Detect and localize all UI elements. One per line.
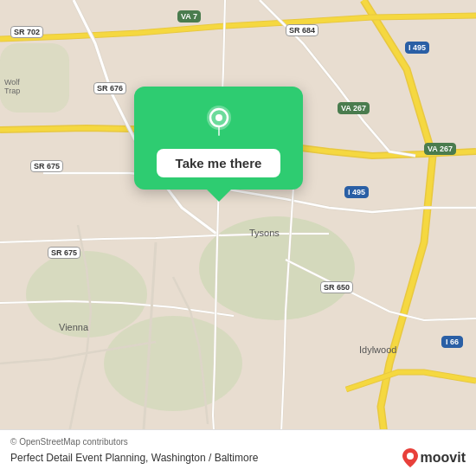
road-badge-sr702: SR 702 (10, 26, 43, 38)
moovit-pin-icon (402, 448, 418, 467)
road-badge-i495-top: I 495 (405, 42, 429, 54)
bottom-info: Perfect Detail Event Planning, Washingto… (10, 448, 466, 467)
city-label-vienna: Vienna (59, 322, 88, 332)
road-badge-sr650: SR 650 (320, 281, 353, 293)
road-badge-i495-mid: I 495 (344, 186, 369, 198)
take-me-there-button[interactable]: Take me there (157, 149, 281, 177)
road-badge-sr675-upper: SR 675 (30, 160, 63, 172)
city-label-wolftrap: WolfTrap (4, 78, 20, 95)
road-badge-sr676: SR 676 (93, 82, 126, 94)
moovit-label: moovit (421, 450, 466, 466)
location-text: Perfect Detail Event Planning, Washingto… (10, 452, 258, 464)
map-container: VA 7 SR 702 SR 676 SR 684 I 495 VA 267 V… (0, 0, 476, 476)
road-badge-sr684: SR 684 (286, 24, 318, 36)
road-badge-va267-mid: VA 267 (338, 102, 370, 114)
map-popup: Take me there (134, 87, 303, 190)
location-pin-icon (200, 102, 238, 140)
bottom-bar: © OpenStreetMap contributors Perfect Det… (0, 429, 476, 476)
svg-point-7 (215, 114, 222, 121)
map-svg (0, 0, 476, 476)
road-badge-sr675-lower: SR 675 (48, 247, 80, 259)
city-label-idylhood: Idylwood (359, 344, 396, 355)
road-badge-va7: VA 7 (177, 10, 201, 23)
road-badge-i66: I 66 (441, 336, 463, 348)
svg-point-8 (407, 453, 414, 460)
copyright-text: © OpenStreetMap contributors (10, 437, 466, 447)
moovit-logo: moovit (402, 448, 466, 467)
svg-point-3 (104, 316, 242, 411)
road-badge-va267-right: VA 267 (424, 143, 456, 155)
city-label-tysons: Tysons (249, 228, 280, 238)
